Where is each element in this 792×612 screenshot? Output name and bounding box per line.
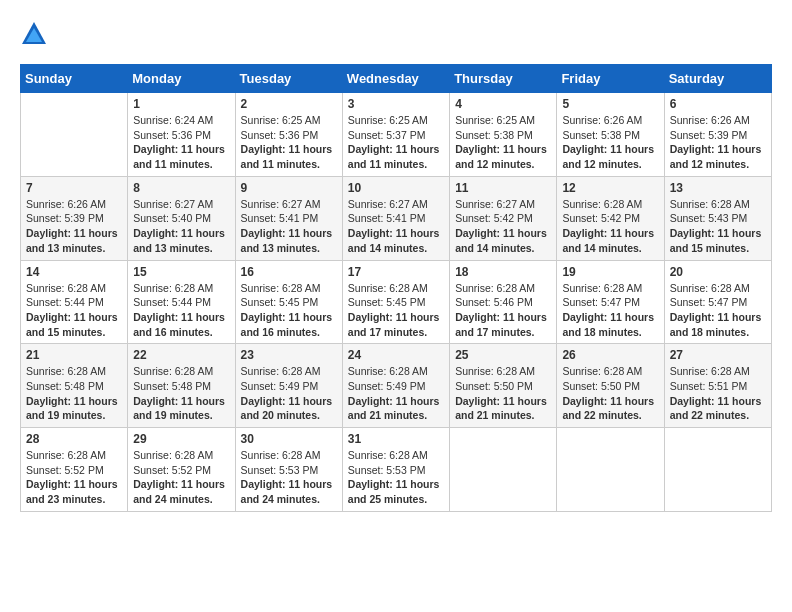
day-number: 17 <box>348 265 444 279</box>
calendar-cell: 5Sunrise: 6:26 AMSunset: 5:38 PMDaylight… <box>557 93 664 177</box>
day-info: Sunrise: 6:25 AMSunset: 5:37 PMDaylight:… <box>348 113 444 172</box>
logo <box>20 20 52 48</box>
calendar-cell: 20Sunrise: 6:28 AMSunset: 5:47 PMDayligh… <box>664 260 771 344</box>
day-number: 19 <box>562 265 658 279</box>
day-info: Sunrise: 6:27 AMSunset: 5:41 PMDaylight:… <box>348 197 444 256</box>
day-info: Sunrise: 6:28 AMSunset: 5:44 PMDaylight:… <box>26 281 122 340</box>
day-number: 30 <box>241 432 337 446</box>
calendar-cell: 25Sunrise: 6:28 AMSunset: 5:50 PMDayligh… <box>450 344 557 428</box>
calendar-cell: 23Sunrise: 6:28 AMSunset: 5:49 PMDayligh… <box>235 344 342 428</box>
calendar-cell <box>664 428 771 512</box>
day-info: Sunrise: 6:28 AMSunset: 5:48 PMDaylight:… <box>133 364 229 423</box>
calendar-cell <box>450 428 557 512</box>
day-info: Sunrise: 6:28 AMSunset: 5:43 PMDaylight:… <box>670 197 766 256</box>
day-info: Sunrise: 6:28 AMSunset: 5:47 PMDaylight:… <box>562 281 658 340</box>
calendar-cell: 10Sunrise: 6:27 AMSunset: 5:41 PMDayligh… <box>342 176 449 260</box>
calendar-cell: 30Sunrise: 6:28 AMSunset: 5:53 PMDayligh… <box>235 428 342 512</box>
day-number: 14 <box>26 265 122 279</box>
calendar-cell: 4Sunrise: 6:25 AMSunset: 5:38 PMDaylight… <box>450 93 557 177</box>
day-header-wednesday: Wednesday <box>342 65 449 93</box>
day-info: Sunrise: 6:28 AMSunset: 5:47 PMDaylight:… <box>670 281 766 340</box>
day-number: 13 <box>670 181 766 195</box>
day-number: 10 <box>348 181 444 195</box>
calendar-table: SundayMondayTuesdayWednesdayThursdayFrid… <box>20 64 772 512</box>
day-info: Sunrise: 6:27 AMSunset: 5:41 PMDaylight:… <box>241 197 337 256</box>
calendar-cell: 6Sunrise: 6:26 AMSunset: 5:39 PMDaylight… <box>664 93 771 177</box>
day-info: Sunrise: 6:28 AMSunset: 5:53 PMDaylight:… <box>241 448 337 507</box>
day-info: Sunrise: 6:24 AMSunset: 5:36 PMDaylight:… <box>133 113 229 172</box>
day-info: Sunrise: 6:28 AMSunset: 5:46 PMDaylight:… <box>455 281 551 340</box>
day-number: 11 <box>455 181 551 195</box>
day-number: 7 <box>26 181 122 195</box>
day-info: Sunrise: 6:26 AMSunset: 5:38 PMDaylight:… <box>562 113 658 172</box>
calendar-cell: 15Sunrise: 6:28 AMSunset: 5:44 PMDayligh… <box>128 260 235 344</box>
calendar-cell: 21Sunrise: 6:28 AMSunset: 5:48 PMDayligh… <box>21 344 128 428</box>
day-info: Sunrise: 6:28 AMSunset: 5:53 PMDaylight:… <box>348 448 444 507</box>
logo-icon <box>20 20 48 48</box>
calendar-cell: 31Sunrise: 6:28 AMSunset: 5:53 PMDayligh… <box>342 428 449 512</box>
calendar-cell: 22Sunrise: 6:28 AMSunset: 5:48 PMDayligh… <box>128 344 235 428</box>
day-number: 6 <box>670 97 766 111</box>
page-header <box>20 20 772 48</box>
day-info: Sunrise: 6:28 AMSunset: 5:52 PMDaylight:… <box>26 448 122 507</box>
day-info: Sunrise: 6:28 AMSunset: 5:49 PMDaylight:… <box>348 364 444 423</box>
day-number: 8 <box>133 181 229 195</box>
calendar-cell: 7Sunrise: 6:26 AMSunset: 5:39 PMDaylight… <box>21 176 128 260</box>
day-info: Sunrise: 6:28 AMSunset: 5:45 PMDaylight:… <box>348 281 444 340</box>
day-info: Sunrise: 6:28 AMSunset: 5:52 PMDaylight:… <box>133 448 229 507</box>
calendar-cell: 19Sunrise: 6:28 AMSunset: 5:47 PMDayligh… <box>557 260 664 344</box>
calendar-cell: 1Sunrise: 6:24 AMSunset: 5:36 PMDaylight… <box>128 93 235 177</box>
calendar-cell: 17Sunrise: 6:28 AMSunset: 5:45 PMDayligh… <box>342 260 449 344</box>
day-number: 24 <box>348 348 444 362</box>
calendar-cell: 9Sunrise: 6:27 AMSunset: 5:41 PMDaylight… <box>235 176 342 260</box>
day-header-saturday: Saturday <box>664 65 771 93</box>
day-info: Sunrise: 6:25 AMSunset: 5:36 PMDaylight:… <box>241 113 337 172</box>
day-number: 18 <box>455 265 551 279</box>
day-number: 16 <box>241 265 337 279</box>
day-number: 22 <box>133 348 229 362</box>
day-info: Sunrise: 6:28 AMSunset: 5:42 PMDaylight:… <box>562 197 658 256</box>
calendar-week-3: 14Sunrise: 6:28 AMSunset: 5:44 PMDayligh… <box>21 260 772 344</box>
day-number: 2 <box>241 97 337 111</box>
day-number: 25 <box>455 348 551 362</box>
calendar-cell: 3Sunrise: 6:25 AMSunset: 5:37 PMDaylight… <box>342 93 449 177</box>
calendar-cell: 28Sunrise: 6:28 AMSunset: 5:52 PMDayligh… <box>21 428 128 512</box>
day-number: 29 <box>133 432 229 446</box>
day-number: 31 <box>348 432 444 446</box>
day-number: 26 <box>562 348 658 362</box>
calendar-cell: 13Sunrise: 6:28 AMSunset: 5:43 PMDayligh… <box>664 176 771 260</box>
calendar-cell: 11Sunrise: 6:27 AMSunset: 5:42 PMDayligh… <box>450 176 557 260</box>
calendar-week-1: 1Sunrise: 6:24 AMSunset: 5:36 PMDaylight… <box>21 93 772 177</box>
calendar-cell <box>21 93 128 177</box>
day-number: 12 <box>562 181 658 195</box>
calendar-cell: 26Sunrise: 6:28 AMSunset: 5:50 PMDayligh… <box>557 344 664 428</box>
calendar-cell: 16Sunrise: 6:28 AMSunset: 5:45 PMDayligh… <box>235 260 342 344</box>
calendar-cell: 29Sunrise: 6:28 AMSunset: 5:52 PMDayligh… <box>128 428 235 512</box>
day-info: Sunrise: 6:28 AMSunset: 5:45 PMDaylight:… <box>241 281 337 340</box>
day-number: 27 <box>670 348 766 362</box>
day-number: 15 <box>133 265 229 279</box>
calendar-cell: 27Sunrise: 6:28 AMSunset: 5:51 PMDayligh… <box>664 344 771 428</box>
day-info: Sunrise: 6:27 AMSunset: 5:42 PMDaylight:… <box>455 197 551 256</box>
day-number: 23 <box>241 348 337 362</box>
day-info: Sunrise: 6:28 AMSunset: 5:48 PMDaylight:… <box>26 364 122 423</box>
calendar-cell: 14Sunrise: 6:28 AMSunset: 5:44 PMDayligh… <box>21 260 128 344</box>
day-number: 28 <box>26 432 122 446</box>
day-info: Sunrise: 6:26 AMSunset: 5:39 PMDaylight:… <box>670 113 766 172</box>
calendar-cell: 18Sunrise: 6:28 AMSunset: 5:46 PMDayligh… <box>450 260 557 344</box>
day-info: Sunrise: 6:28 AMSunset: 5:51 PMDaylight:… <box>670 364 766 423</box>
calendar-week-2: 7Sunrise: 6:26 AMSunset: 5:39 PMDaylight… <box>21 176 772 260</box>
calendar-cell: 12Sunrise: 6:28 AMSunset: 5:42 PMDayligh… <box>557 176 664 260</box>
day-header-sunday: Sunday <box>21 65 128 93</box>
calendar-cell: 2Sunrise: 6:25 AMSunset: 5:36 PMDaylight… <box>235 93 342 177</box>
day-header-tuesday: Tuesday <box>235 65 342 93</box>
calendar-cell: 8Sunrise: 6:27 AMSunset: 5:40 PMDaylight… <box>128 176 235 260</box>
day-number: 1 <box>133 97 229 111</box>
day-header-monday: Monday <box>128 65 235 93</box>
calendar-cell <box>557 428 664 512</box>
day-number: 3 <box>348 97 444 111</box>
day-info: Sunrise: 6:28 AMSunset: 5:50 PMDaylight:… <box>562 364 658 423</box>
day-number: 9 <box>241 181 337 195</box>
day-number: 21 <box>26 348 122 362</box>
calendar-header-row: SundayMondayTuesdayWednesdayThursdayFrid… <box>21 65 772 93</box>
